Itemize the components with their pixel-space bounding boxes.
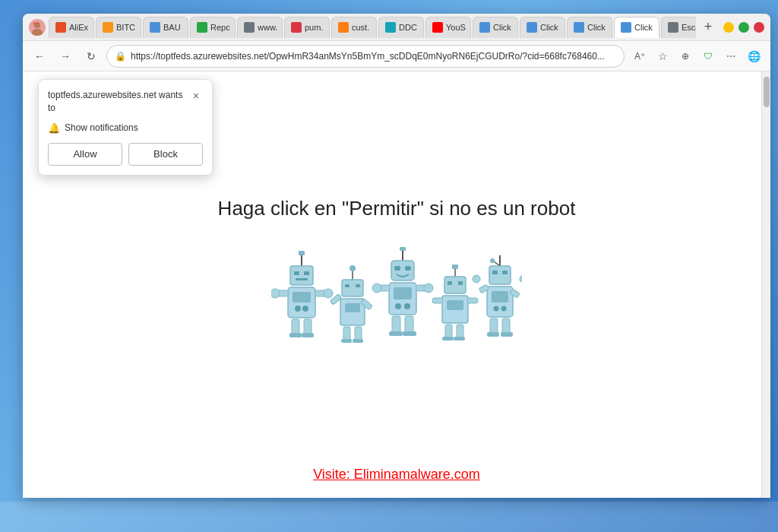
- svg-rect-25: [356, 284, 360, 287]
- svg-rect-16: [302, 333, 314, 337]
- tab-cust[interactable]: cust.: [331, 17, 377, 38]
- block-button[interactable]: Block: [128, 143, 203, 166]
- svg-rect-28: [343, 327, 350, 340]
- svg-point-20: [324, 289, 333, 298]
- svg-rect-52: [452, 264, 458, 269]
- svg-rect-75: [502, 318, 510, 334]
- svg-rect-63: [467, 298, 478, 303]
- svg-rect-62: [432, 298, 443, 303]
- page-heading: Haga click en "Permitir" si no es un rob…: [188, 197, 606, 220]
- svg-rect-37: [394, 266, 400, 271]
- svg-rect-27: [345, 303, 360, 312]
- favorites-button[interactable]: ☆: [652, 46, 673, 67]
- robots-svg: [271, 243, 522, 357]
- svg-rect-57: [447, 300, 463, 310]
- allow-button[interactable]: Allow: [48, 143, 122, 166]
- svg-rect-31: [353, 339, 363, 343]
- profile-icon[interactable]: [29, 19, 46, 36]
- svg-rect-58: [445, 325, 452, 338]
- address-bar[interactable]: 🔒 https://toptfeds.azurewebsites.net/Opw…: [106, 45, 625, 68]
- svg-point-19: [271, 289, 280, 298]
- close-button[interactable]: ×: [754, 22, 764, 33]
- minimize-button[interactable]: −: [723, 22, 734, 33]
- refresh-button[interactable]: ↻: [81, 46, 102, 67]
- scrollbar[interactable]: [761, 71, 770, 498]
- popup-title: toptfeds.azurewebsites.net wants to: [48, 89, 189, 115]
- popup-buttons: Allow Block: [48, 143, 203, 166]
- tab-close-icon[interactable]: ×: [656, 22, 659, 33]
- add-favorites-icon: ⊕: [682, 51, 689, 62]
- tab-aliex[interactable]: AliEx: [49, 17, 94, 38]
- back-icon: ←: [34, 50, 45, 62]
- svg-rect-7: [304, 271, 309, 275]
- svg-rect-76: [487, 332, 499, 337]
- svg-rect-53: [444, 277, 466, 293]
- maximize-button[interactable]: □: [738, 22, 749, 33]
- svg-rect-40: [394, 287, 412, 299]
- svg-rect-38: [405, 266, 411, 271]
- svg-point-22: [349, 265, 356, 271]
- svg-rect-60: [442, 337, 454, 340]
- svg-point-42: [404, 303, 410, 309]
- tab-click2[interactable]: Click: [520, 17, 565, 38]
- tab-pum[interactable]: pum.: [284, 17, 330, 38]
- popup-header: toptfeds.azurewebsites.net wants to ×: [48, 89, 203, 115]
- puzzle-icon: ⋯: [726, 51, 735, 62]
- browser-essentials-button[interactable]: 🛡: [697, 46, 719, 67]
- notification-popup: toptfeds.azurewebsites.net wants to × 🔔 …: [38, 79, 213, 176]
- star-icon: ☆: [658, 50, 668, 62]
- svg-point-81: [520, 275, 522, 283]
- svg-rect-29: [355, 327, 362, 340]
- svg-rect-46: [403, 331, 416, 336]
- tab-www[interactable]: www.: [237, 17, 283, 38]
- tab-bau[interactable]: BAU: [143, 17, 188, 38]
- tab-click4-active[interactable]: Click ×: [614, 17, 659, 38]
- scrollbar-thumb[interactable]: [764, 77, 770, 107]
- tab-esca[interactable]: Escá: [661, 17, 696, 38]
- svg-point-11: [295, 306, 301, 312]
- extensions-button[interactable]: ⋯: [720, 46, 742, 67]
- svg-point-49: [372, 283, 381, 293]
- forward-button[interactable]: →: [55, 46, 76, 67]
- svg-rect-54: [448, 281, 452, 285]
- tab-click1[interactable]: Click: [473, 17, 518, 38]
- url-text: https://toptfeds.azurewebsites.net/OpwHm…: [131, 51, 616, 62]
- bottom-link[interactable]: Visite: Eliminamalware.com: [313, 467, 480, 483]
- svg-rect-23: [342, 280, 363, 296]
- svg-point-80: [473, 275, 480, 283]
- svg-point-73: [501, 306, 507, 312]
- browser-window: AliEx BITC BAU Repc www. pum.: [23, 14, 770, 498]
- svg-rect-13: [292, 319, 299, 334]
- svg-rect-15: [289, 333, 302, 337]
- svg-rect-4: [299, 251, 305, 255]
- popup-close-button[interactable]: ×: [189, 89, 203, 103]
- title-bar: AliEx BITC BAU Repc www. pum.: [23, 14, 770, 41]
- back-button[interactable]: ←: [29, 46, 50, 67]
- read-mode-button[interactable]: A⁺: [629, 46, 650, 67]
- browser-content: toptfeds.azurewebsites.net wants to × 🔔 …: [23, 71, 770, 498]
- show-notifications-label: Show notifications: [65, 122, 138, 133]
- robot-illustration: [271, 243, 522, 357]
- tab-yous[interactable]: YouS: [425, 17, 471, 38]
- svg-point-41: [395, 303, 401, 309]
- add-favorites-button[interactable]: ⊕: [675, 46, 696, 67]
- taskbar: [0, 502, 778, 532]
- svg-point-2: [33, 22, 36, 24]
- svg-rect-6: [294, 271, 299, 275]
- window-controls: − □ ×: [723, 22, 764, 33]
- account-button[interactable]: 🌐: [743, 46, 764, 67]
- tab-bitc[interactable]: BITC: [96, 17, 141, 38]
- refresh-icon: ↻: [87, 50, 96, 62]
- lock-icon: 🔒: [115, 51, 126, 62]
- svg-rect-36: [391, 261, 414, 280]
- svg-point-72: [494, 306, 499, 312]
- tab-repc[interactable]: Repc: [190, 17, 236, 38]
- svg-line-65: [494, 261, 500, 266]
- tab-ddc[interactable]: DDC: [378, 17, 424, 38]
- new-tab-button[interactable]: +: [699, 18, 717, 36]
- svg-rect-5: [290, 266, 313, 285]
- forward-icon: →: [60, 50, 71, 62]
- tab-click3[interactable]: Click: [567, 17, 612, 38]
- svg-rect-43: [392, 316, 400, 333]
- svg-rect-45: [389, 331, 403, 336]
